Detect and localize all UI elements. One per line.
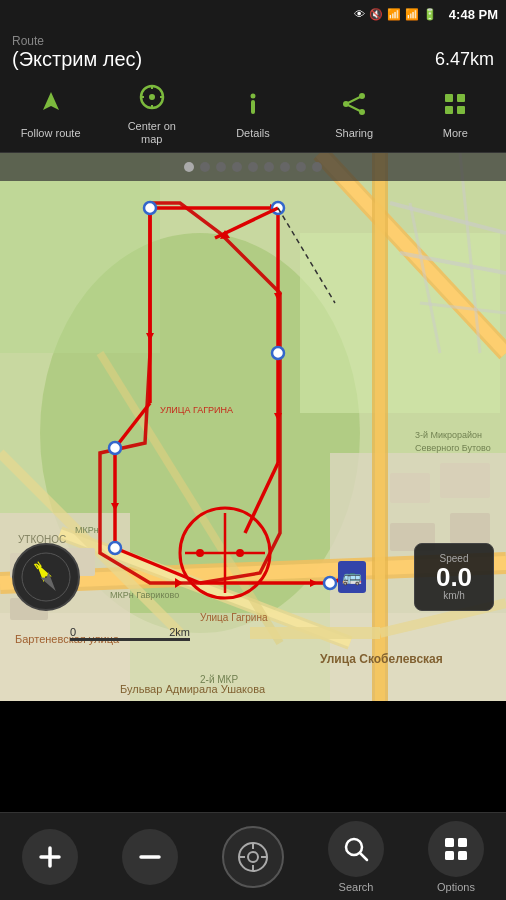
follow-route-icon — [37, 90, 65, 123]
svg-rect-15 — [457, 94, 465, 102]
dot-9 — [312, 162, 322, 172]
sharing-label: Sharing — [335, 127, 373, 140]
svg-rect-45 — [450, 513, 490, 543]
dot-8 — [296, 162, 306, 172]
follow-route-label: Follow route — [21, 127, 81, 140]
dot-1 — [184, 162, 194, 172]
svg-rect-20 — [0, 153, 160, 353]
svg-text:МКРн Гавриково: МКРн Гавриково — [110, 590, 179, 600]
bottom-navigation: Search Options — [0, 812, 506, 900]
svg-point-89 — [272, 347, 284, 359]
svg-line-115 — [360, 853, 367, 860]
svg-rect-14 — [445, 94, 453, 102]
svg-text:Улица Гагрина: Улица Гагрина — [200, 612, 268, 623]
svg-rect-42 — [390, 473, 430, 503]
route-name: (Экстрим лес) — [12, 48, 142, 71]
toolbar: Follow route Center on map Details — [0, 75, 506, 153]
zoom-in-circle[interactable] — [22, 829, 78, 885]
toolbar-details[interactable]: Details — [213, 90, 293, 140]
search-circle[interactable] — [328, 821, 384, 877]
svg-marker-0 — [43, 92, 59, 110]
route-title-row: (Экстрим лес) 6.47km — [12, 48, 494, 71]
toolbar-sharing[interactable]: Sharing — [314, 90, 394, 140]
dot-5 — [248, 162, 258, 172]
speed-meter: Speed 0.0 km/h — [414, 543, 494, 611]
center-on-map-label: Center on map — [128, 120, 176, 146]
dot-2 — [200, 162, 210, 172]
svg-text:Улица Скобелевская: Улица Скобелевская — [320, 652, 443, 666]
gps-button[interactable] — [222, 826, 284, 888]
map-svg: Бартеневская улица Улица Гагрина Улица С… — [0, 153, 506, 701]
svg-text:3-й Микрорайон: 3-й Микрорайон — [415, 430, 482, 440]
svg-point-90 — [109, 442, 121, 454]
svg-text:МКРн: МКРн — [75, 525, 99, 535]
svg-line-13 — [346, 104, 362, 112]
svg-point-92 — [324, 577, 336, 589]
signal-icon: 📶 — [405, 8, 419, 21]
svg-text:УЛИЦА ГАГРИНА: УЛИЦА ГАГРИНА — [160, 405, 233, 415]
svg-rect-43 — [440, 463, 490, 498]
details-icon — [239, 90, 267, 123]
more-label: More — [443, 127, 468, 140]
center-on-map-icon — [138, 83, 166, 116]
sharing-icon — [340, 90, 368, 123]
search-button[interactable]: Search — [328, 821, 384, 893]
speed-value: 0.0 — [436, 564, 472, 590]
svg-rect-117 — [458, 838, 467, 847]
compass-inner: N — [21, 552, 71, 602]
options-button[interactable]: Options — [428, 821, 484, 893]
scale-labels: 0 2km — [70, 626, 190, 638]
scale-right: 2km — [169, 626, 190, 638]
svg-text:Бульвар Адмирала Ушакова: Бульвар Адмирала Ушакова — [120, 683, 266, 695]
search-label: Search — [339, 881, 374, 893]
zoom-out-button[interactable] — [122, 829, 178, 885]
toolbar-center-on-map[interactable]: Center on map — [112, 83, 192, 146]
toolbar-follow-route[interactable]: Follow route — [11, 90, 91, 140]
map-container[interactable]: Бартеневская улица Улица Гагрина Улица С… — [0, 153, 506, 701]
compass[interactable]: N — [12, 543, 80, 611]
svg-point-109 — [248, 852, 258, 862]
svg-rect-118 — [445, 851, 454, 860]
svg-rect-119 — [458, 851, 467, 860]
zoom-in-button[interactable] — [22, 829, 78, 885]
scale-left: 0 — [70, 626, 76, 638]
scale-bar: 0 2km — [70, 626, 190, 641]
more-icon — [441, 90, 469, 123]
status-bar: 👁 🔇 📶 📶 🔋 4:48 PM — [0, 0, 506, 28]
svg-point-7 — [250, 93, 255, 98]
svg-text:2-й МКР: 2-й МКР — [200, 674, 238, 685]
svg-point-76 — [236, 549, 244, 557]
wifi-icon: 📶 — [387, 8, 401, 21]
page-dots — [0, 153, 506, 181]
details-label: Details — [236, 127, 270, 140]
svg-rect-8 — [251, 100, 255, 114]
svg-rect-17 — [457, 106, 465, 114]
battery-icon: 🔋 — [423, 8, 437, 21]
svg-rect-16 — [445, 106, 453, 114]
options-label: Options — [437, 881, 475, 893]
status-time: 4:48 PM — [449, 7, 498, 22]
toolbar-more[interactable]: More — [415, 90, 495, 140]
route-distance: 6.47km — [435, 49, 494, 70]
svg-point-101 — [22, 553, 70, 601]
eye-icon: 👁 — [354, 8, 365, 20]
svg-point-91 — [109, 542, 121, 554]
dot-6 — [264, 162, 274, 172]
svg-text:🚌: 🚌 — [342, 567, 362, 586]
gps-circle[interactable] — [222, 826, 284, 888]
svg-text:Северного Бутово: Северного Бутово — [415, 443, 491, 453]
route-label: Route — [12, 34, 494, 48]
dot-7 — [280, 162, 290, 172]
mute-icon: 🔇 — [369, 8, 383, 21]
svg-point-75 — [196, 549, 204, 557]
status-icons: 👁 🔇 📶 📶 🔋 — [354, 8, 437, 21]
svg-rect-116 — [445, 838, 454, 847]
svg-line-12 — [346, 96, 362, 104]
svg-point-87 — [144, 202, 156, 214]
dot-3 — [216, 162, 226, 172]
speed-unit: km/h — [443, 590, 465, 601]
dot-4 — [232, 162, 242, 172]
route-header: Route (Экстрим лес) 6.47km — [0, 28, 506, 75]
options-circle[interactable] — [428, 821, 484, 877]
zoom-out-circle[interactable] — [122, 829, 178, 885]
